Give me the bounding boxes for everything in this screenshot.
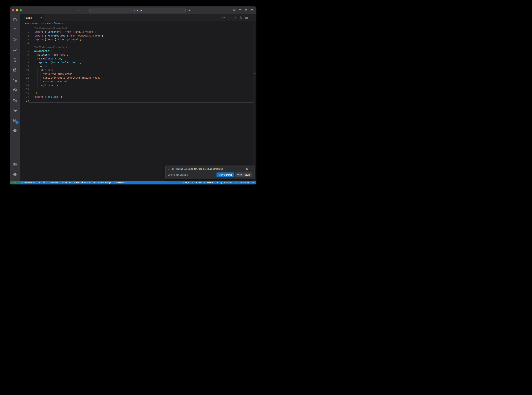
copilot-menu[interactable]: ⌄ bbox=[188, 6, 194, 14]
back-icon[interactable]: ← bbox=[77, 9, 81, 12]
code-line-8[interactable]: 8 imports: [RouterOutlet, Hero], bbox=[20, 60, 256, 64]
command-center-search[interactable]: acme bbox=[90, 8, 186, 13]
code-line-11[interactable]: 11 title="Welcmoe demo" bbox=[20, 72, 256, 76]
cursor-position[interactable]: Ln 18, Col 1 bbox=[181, 181, 194, 184]
activity-item-extensions[interactable] bbox=[10, 65, 20, 75]
breadcrumb-item-demo[interactable]: demo bbox=[32, 22, 38, 24]
gear-icon[interactable] bbox=[246, 168, 248, 170]
status-bar-left: ><add-heroLaunchpadNx Cloud AI Fix00Auto… bbox=[10, 181, 128, 184]
activity-item-testing[interactable] bbox=[10, 55, 20, 65]
line-number: 14 bbox=[20, 83, 29, 87]
activity-item-run-debug[interactable] bbox=[10, 45, 20, 55]
activity-item-source-control[interactable] bbox=[10, 35, 20, 45]
formatter-status[interactable]: Prettier bbox=[238, 181, 251, 184]
split-right-icon[interactable] bbox=[250, 9, 253, 12]
next-change-icon[interactable] bbox=[233, 16, 237, 19]
braces-icon: {} bbox=[220, 181, 222, 184]
code-line-7[interactable]: 7 standalone: true, bbox=[20, 57, 256, 60]
indentation[interactable]: Spaces: 2 bbox=[194, 181, 206, 184]
code-line-15[interactable]: 15 `, bbox=[20, 87, 256, 91]
line-number: 12 bbox=[20, 76, 29, 80]
activity-item-edge-browser[interactable] bbox=[10, 105, 20, 115]
code-line-14[interactable]: 14 ></lib-hero> bbox=[20, 83, 256, 87]
code-line-4[interactable]: 4 bbox=[20, 41, 256, 45]
activity-item-container[interactable] bbox=[10, 126, 20, 136]
code-line-6[interactable]: 6 selector: 'app-root', bbox=[20, 53, 256, 57]
commit-graph-circle-icon[interactable] bbox=[239, 16, 242, 19]
code-line-18[interactable]: 18 bbox=[20, 99, 256, 103]
warning-icon bbox=[86, 181, 89, 184]
copilot-status[interactable] bbox=[234, 181, 239, 184]
vim-mode-indicator[interactable]: -- NORMAL -- bbox=[113, 181, 128, 184]
close-window-button[interactable] bbox=[12, 9, 14, 11]
code-line-5[interactable]: 5@Component({ bbox=[20, 49, 256, 53]
code-line-12[interactable]: 12 subtitle="Build something amazing tod… bbox=[20, 76, 256, 80]
tab-app-ts[interactable]: TS app.ts ✕ bbox=[20, 14, 44, 21]
breadcrumb-item-app[interactable]: app bbox=[47, 22, 51, 24]
remote-indicator[interactable]: >< bbox=[10, 181, 20, 184]
breadcrumb-item-...[interactable]: ... bbox=[67, 22, 69, 24]
nx-cloud-fix-button[interactable]: Nx Cloud AI Fix bbox=[60, 181, 80, 184]
commit-node-icon[interactable] bbox=[228, 16, 231, 19]
search-icon bbox=[133, 9, 135, 12]
code-line-3[interactable]: 3import { Hero } from '@acme/ui'; bbox=[20, 38, 256, 41]
code-line-16[interactable]: 16}) bbox=[20, 91, 256, 95]
code-line-1[interactable]: 1import { Component } from '@angular/cor… bbox=[20, 30, 256, 34]
title-bar: ← → acme ⌄ bbox=[10, 6, 256, 14]
auto-attach-button[interactable]: Auto Attach: Always bbox=[92, 181, 113, 184]
view-commit-button[interactable]: View Commit bbox=[216, 172, 234, 177]
split-bottom-icon[interactable] bbox=[244, 9, 247, 12]
problems-button[interactable]: 00 bbox=[80, 181, 91, 184]
notifications-bell[interactable] bbox=[251, 181, 256, 184]
activity-item-explorer[interactable] bbox=[10, 15, 20, 25]
code-editor[interactable]: You, 26 minutes ago | 1 author (You)1imp… bbox=[20, 25, 256, 181]
activity-item-project-graph[interactable] bbox=[10, 85, 20, 95]
activity-item-search[interactable] bbox=[10, 25, 20, 35]
breadcrumb-label: ... bbox=[67, 22, 69, 24]
launchpad-button[interactable]: Launchpad bbox=[42, 181, 60, 184]
more-actions-icon[interactable]: ⋯ bbox=[251, 16, 254, 19]
split-left-icon[interactable] bbox=[239, 9, 242, 12]
typescript-file-icon: TS bbox=[22, 17, 25, 19]
encoding[interactable]: UTF-8 bbox=[206, 181, 214, 184]
screen: ← → acme ⌄ N›2 TS bbox=[0, 0, 266, 198]
breadcrumb-item-src[interactable]: src bbox=[41, 22, 44, 24]
activity-item-graph-search[interactable] bbox=[10, 95, 20, 105]
code-line-2[interactable]: 2import { RouterOutlet } from '@angular/… bbox=[20, 34, 256, 38]
breadcrumb-item-app.ts[interactable]: TSapp.ts bbox=[54, 22, 63, 24]
encoding-label: UTF-8 bbox=[207, 181, 213, 184]
activity-item-nx-console[interactable]: N›2 bbox=[10, 115, 20, 126]
language-mode[interactable]: {}TypeScript bbox=[219, 181, 234, 184]
status-bar-right: Ln 18, Col 1Spaces: 2UTF-8LF{}TypeScript… bbox=[181, 181, 256, 184]
indentation-label: Spaces: 2 bbox=[196, 181, 205, 184]
branch-status[interactable]: add-hero bbox=[20, 181, 37, 184]
overview-ruler[interactable] bbox=[253, 25, 256, 181]
eol-selector[interactable]: LF bbox=[214, 181, 219, 184]
code-line-17[interactable]: 17export class App {} bbox=[20, 95, 256, 99]
line-number: 4 bbox=[20, 41, 29, 45]
customize-layout-icon[interactable] bbox=[233, 9, 236, 12]
breadcrumb-label: app.ts bbox=[57, 22, 63, 24]
code-line-10[interactable]: 10 <lib-hero bbox=[20, 68, 256, 72]
forward-icon[interactable]: → bbox=[83, 9, 87, 12]
line-number: 10 bbox=[20, 68, 29, 72]
problems-button-label: 0 bbox=[89, 181, 91, 184]
view-results-button[interactable]: View Results bbox=[235, 172, 253, 177]
close-tab-icon[interactable]: ✕ bbox=[40, 16, 42, 19]
activity-item-references[interactable] bbox=[10, 75, 20, 85]
activity-item-account[interactable] bbox=[10, 159, 20, 170]
split-editor-icon[interactable] bbox=[245, 16, 248, 19]
activity-item-settings[interactable] bbox=[10, 170, 20, 180]
line-number: 8 bbox=[20, 60, 29, 64]
code-line-13[interactable]: 13 cta="Get Started" bbox=[20, 80, 256, 83]
settings-icon bbox=[13, 172, 17, 177]
close-icon[interactable]: ✕ bbox=[251, 168, 253, 170]
commit-graph-button[interactable] bbox=[37, 181, 42, 184]
breadcrumb-item-apps[interactable]: apps bbox=[24, 22, 29, 24]
minimize-window-button[interactable] bbox=[16, 9, 18, 11]
code-line-9[interactable]: 9 template: ` bbox=[20, 64, 256, 68]
explorer-icon bbox=[13, 17, 17, 22]
prev-change-icon[interactable] bbox=[222, 16, 225, 19]
activity-badge: 2 bbox=[16, 121, 19, 124]
maximize-window-button[interactable] bbox=[20, 9, 22, 11]
